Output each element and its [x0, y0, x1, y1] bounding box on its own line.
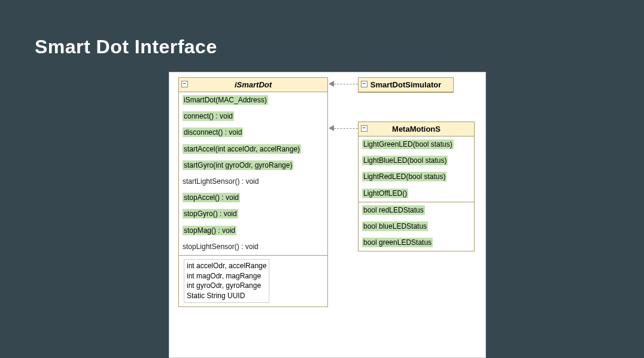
class-smartdotsimulator: − SmartDotSimulator — [358, 77, 454, 93]
collapse-icon[interactable]: − — [181, 81, 188, 87]
uml-diagram: − iSmartDot iSmartDot(MAC_Address) conne… — [169, 72, 486, 358]
attribute-item: int accelOdr, accelRange — [187, 261, 266, 271]
method-item: startAccel(int accelOdr, accelRange) — [179, 141, 327, 157]
arrowhead-icon — [329, 125, 334, 131]
method-item: startGyro(int gyroOdr, gyroRange) — [179, 157, 327, 174]
collapse-icon[interactable]: − — [361, 81, 367, 87]
method-item: startLightSensor() : void — [179, 174, 327, 190]
method-item: stopGyro() : void — [179, 206, 327, 222]
method-item: stopAccel() : void — [179, 190, 327, 206]
attributes-section: int accelOdr, accelRange int magOdr, mag… — [179, 256, 327, 307]
class-header-metamotion: − MetaMotionS — [359, 122, 474, 136]
field-item: bool redLEDStatus — [359, 202, 474, 219]
method-item: iSmartDot(MAC_Address) — [179, 92, 327, 108]
attribute-item: Static String UUID — [187, 291, 266, 301]
methods-section: iSmartDot(MAC_Address) connect() : void … — [179, 92, 327, 256]
class-header-simulator: − SmartDotSimulator — [359, 78, 453, 92]
field-item: bool greenLEDStatus — [359, 235, 474, 251]
field-item: bool blueLEDStatus — [359, 219, 474, 235]
slide-title: Smart Dot Interface — [35, 36, 217, 58]
method-item: stopLightSensor() : void — [179, 239, 327, 255]
collapse-icon[interactable]: − — [361, 125, 367, 132]
connector — [334, 84, 358, 84]
arrowhead-icon — [329, 81, 334, 87]
fields-section: bool redLEDStatus bool blueLEDStatus boo… — [359, 202, 474, 251]
method-item: disconnect() : void — [179, 125, 327, 141]
methods-section: LightGreenLED(bool status) LightBlueLED(… — [359, 136, 474, 202]
method-item: LightGreenLED(bool status) — [359, 136, 474, 153]
class-ismartdot: − iSmartDot iSmartDot(MAC_Address) conne… — [178, 77, 328, 307]
method-item: connect() : void — [179, 108, 327, 125]
class-header-ismartdot: − iSmartDot — [179, 78, 327, 92]
method-item: stopMag() : void — [179, 223, 327, 239]
connector — [334, 128, 358, 129]
attribute-item: int magOdr, magRange — [187, 271, 266, 281]
method-item: LightOffLED() — [359, 186, 474, 202]
attribute-item: int gyroOdr, gyroRange — [187, 281, 266, 291]
method-item: LightBlueLED(bool status) — [359, 153, 474, 169]
class-metamotions: − MetaMotionS LightGreenLED(bool status)… — [358, 122, 475, 251]
method-item: LightRedLED(bool status) — [359, 169, 474, 185]
